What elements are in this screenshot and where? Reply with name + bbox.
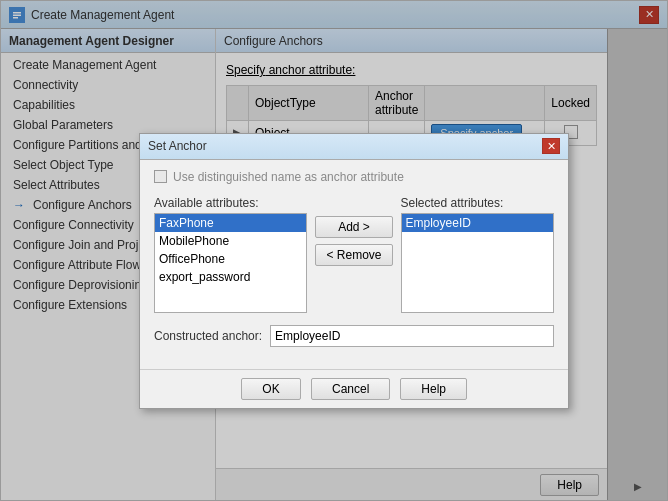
ok-button[interactable]: OK (241, 378, 301, 400)
selected-attributes-label: Selected attributes: (401, 196, 554, 210)
attributes-lists-row: Available attributes: FaxPhone MobilePho… (154, 196, 554, 313)
available-attr-export-password[interactable]: export_password (155, 268, 306, 286)
available-attr-officephone[interactable]: OfficePhone (155, 250, 306, 268)
set-anchor-dialog: Set Anchor ✕ Use distinguished name as a… (139, 133, 569, 409)
modal-help-button[interactable]: Help (400, 378, 467, 400)
cancel-button[interactable]: Cancel (311, 378, 390, 400)
constructed-anchor-row: Constructed anchor: (154, 325, 554, 347)
dn-checkbox[interactable] (154, 170, 167, 183)
dn-checkbox-row: Use distinguished name as anchor attribu… (154, 170, 554, 184)
constructed-anchor-input[interactable] (270, 325, 554, 347)
main-window: Create Management Agent ✕ Management Age… (0, 0, 668, 501)
modal-title-bar: Set Anchor ✕ (140, 134, 568, 160)
add-attribute-button[interactable]: Add > (315, 216, 392, 238)
dn-checkbox-label: Use distinguished name as anchor attribu… (173, 170, 404, 184)
selected-attributes-list[interactable]: EmployeeID (401, 213, 554, 313)
selected-attr-employeeid[interactable]: EmployeeID (402, 214, 553, 232)
available-attributes-label: Available attributes: (154, 196, 307, 210)
add-remove-buttons: Add > < Remove (315, 196, 392, 266)
modal-overlay: Set Anchor ✕ Use distinguished name as a… (1, 1, 667, 500)
modal-title: Set Anchor (148, 139, 207, 153)
modal-body: Use distinguished name as anchor attribu… (140, 160, 568, 369)
modal-footer: OK Cancel Help (140, 369, 568, 408)
available-attr-mobilephone[interactable]: MobilePhone (155, 232, 306, 250)
remove-attribute-button[interactable]: < Remove (315, 244, 392, 266)
available-attributes-section: Available attributes: FaxPhone MobilePho… (154, 196, 307, 313)
constructed-anchor-label: Constructed anchor: (154, 329, 262, 343)
available-attributes-list[interactable]: FaxPhone MobilePhone OfficePhone export_… (154, 213, 307, 313)
available-attr-faxphone[interactable]: FaxPhone (155, 214, 306, 232)
modal-close-button[interactable]: ✕ (542, 138, 560, 154)
selected-attributes-section: Selected attributes: EmployeeID (401, 196, 554, 313)
